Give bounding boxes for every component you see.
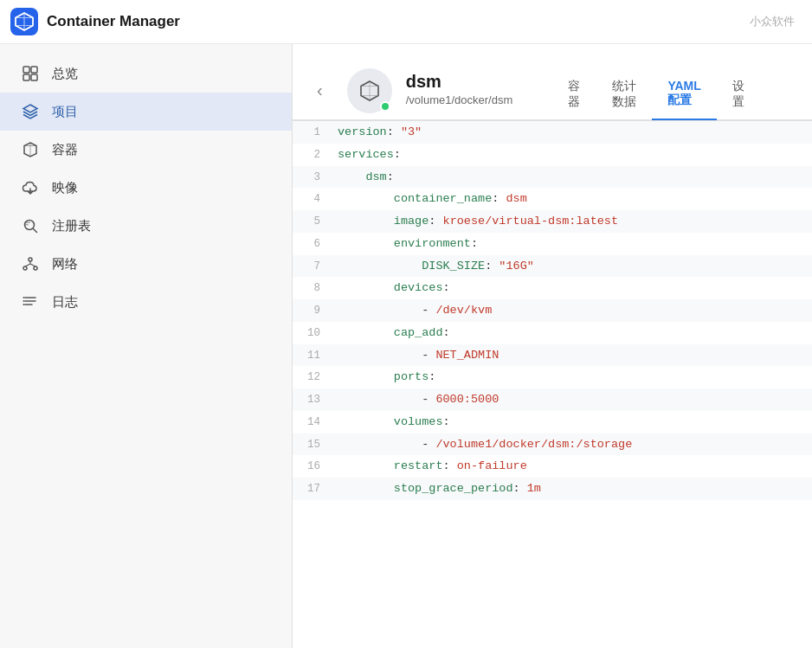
yaml-line: 2services: — [293, 144, 812, 166]
sidebar-item-logs[interactable]: 日志 — [0, 283, 292, 321]
watermark: 小众软件 — [750, 14, 795, 29]
svg-rect-4 — [31, 74, 37, 80]
line-number: 10 — [293, 324, 334, 344]
line-code: stop_grace_period: 1m — [334, 478, 812, 500]
sidebar-label-images: 映像 — [52, 180, 78, 196]
line-code: devices: — [334, 277, 812, 299]
svg-point-11 — [23, 297, 25, 298]
sidebar-label-projects: 项目 — [52, 104, 78, 120]
yaml-line: 16 restart: on-failure — [293, 455, 812, 478]
line-number: 2 — [293, 145, 334, 166]
container-header: ‹ dsm /volume1/docker/dsm 容器 — [293, 44, 812, 120]
line-code: dsm: — [334, 166, 812, 189]
app-title: Container Manager — [47, 13, 180, 30]
line-number: 6 — [293, 234, 334, 255]
svg-point-12 — [23, 300, 25, 302]
svg-rect-2 — [31, 67, 37, 73]
yaml-line: 5 image: kroese/virtual-dsm:latest — [293, 210, 812, 233]
svg-point-13 — [23, 304, 25, 305]
line-number: 7 — [293, 257, 334, 278]
yaml-line: 9 - /dev/kvm — [293, 299, 812, 322]
svg-rect-3 — [23, 74, 29, 80]
yaml-line: 11 - NET_ADMIN — [293, 344, 812, 367]
yaml-line: 7 DISK_SIZE: "16G" — [293, 255, 812, 278]
sidebar-item-network[interactable]: 网络 — [0, 245, 292, 283]
line-code: - /dev/kvm — [334, 299, 812, 322]
sidebar-label-registry: 注册表 — [52, 218, 91, 234]
line-code: cap_add: — [334, 322, 812, 344]
box-icon — [21, 140, 40, 159]
yaml-line: 13 - 6000:5000 — [293, 388, 812, 411]
tab-yaml[interactable]: YAML 配置 — [652, 72, 716, 120]
sidebar-label-overview: 总览 — [52, 66, 78, 82]
header-left: Container Manager — [10, 8, 180, 35]
line-code: services: — [334, 144, 812, 166]
yaml-line: 6 environment: — [293, 233, 812, 255]
container-path: /volume1/docker/dsm — [406, 93, 513, 106]
svg-point-8 — [29, 258, 32, 261]
line-number: 11 — [293, 346, 334, 367]
yaml-line: 4 container_name: dsm — [293, 188, 812, 210]
yaml-line: 1version: "3" — [293, 121, 812, 144]
svg-rect-1 — [23, 67, 29, 73]
line-code: restart: on-failure — [334, 455, 812, 478]
line-number: 13 — [293, 390, 334, 411]
yaml-line: 8 devices: — [293, 277, 812, 299]
sidebar-label-logs: 日志 — [52, 294, 78, 311]
container-info: dsm /volume1/docker/dsm — [406, 72, 513, 110]
line-number: 16 — [293, 457, 334, 478]
line-code: container_name: dsm — [334, 188, 812, 210]
line-code: ports: — [334, 366, 812, 388]
line-code: DISK_SIZE: "16G" — [334, 255, 812, 278]
layers-icon — [21, 102, 40, 121]
line-number: 17 — [293, 479, 334, 500]
line-number: 4 — [293, 189, 334, 210]
svg-rect-7 — [24, 222, 30, 224]
sidebar-label-containers: 容器 — [52, 142, 78, 158]
main-layout: 总览 项目 容器 — [0, 44, 812, 648]
line-code: version: "3" — [334, 121, 812, 144]
svg-rect-6 — [24, 224, 29, 226]
yaml-editor: 1version: "3"2services:3 dsm:4 container… — [293, 121, 812, 648]
line-code: - 6000:5000 — [334, 388, 812, 411]
sidebar-item-overview[interactable]: 总览 — [0, 55, 292, 93]
search-registry-icon — [21, 216, 40, 235]
line-number: 15 — [293, 435, 334, 456]
line-number: 5 — [293, 212, 334, 233]
yaml-line: 12 ports: — [293, 366, 812, 388]
svg-point-10 — [34, 266, 37, 270]
grid-icon — [21, 64, 40, 83]
container-icon — [347, 68, 392, 113]
line-code: volumes: — [334, 411, 812, 433]
tab-stats[interactable]: 统计数据 — [596, 72, 653, 120]
sidebar-label-network: 网络 — [52, 256, 78, 273]
sidebar-item-projects[interactable]: 项目 — [0, 93, 292, 131]
network-icon — [21, 254, 40, 273]
yaml-line: 15 - /volume1/docker/dsm:/storage — [293, 433, 812, 456]
tab-containers[interactable]: 容器 — [552, 72, 596, 120]
app-logo-icon — [10, 8, 38, 35]
line-code: environment: — [334, 233, 812, 255]
app-header: Container Manager 小众软件 — [0, 0, 812, 44]
line-number: 1 — [293, 123, 334, 144]
yaml-line: 14 volumes: — [293, 411, 812, 433]
line-code: - NET_ADMIN — [334, 344, 812, 367]
line-number: 9 — [293, 301, 334, 322]
container-name: dsm — [406, 72, 513, 92]
yaml-line: 17 stop_grace_period: 1m — [293, 478, 812, 500]
sidebar-item-containers[interactable]: 容器 — [0, 131, 292, 169]
svg-point-9 — [23, 266, 27, 270]
line-number: 12 — [293, 368, 334, 388]
line-code: image: kroese/virtual-dsm:latest — [334, 210, 812, 233]
sidebar-item-images[interactable]: 映像 — [0, 169, 292, 207]
yaml-line: 3 dsm: — [293, 166, 812, 189]
tab-settings[interactable]: 设置 — [717, 72, 760, 120]
sidebar-item-registry[interactable]: 注册表 — [0, 207, 292, 245]
tabs: 容器 统计数据 YAML 配置 设置 — [526, 72, 786, 119]
line-code: - /volume1/docker/dsm:/storage — [334, 433, 812, 456]
line-number: 3 — [293, 168, 334, 189]
back-button[interactable]: ‹ — [310, 77, 330, 104]
list-icon — [21, 292, 40, 311]
status-dot — [380, 101, 390, 112]
line-number: 8 — [293, 279, 334, 299]
